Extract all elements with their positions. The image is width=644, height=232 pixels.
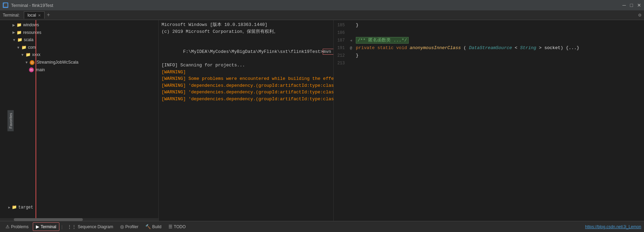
tree-label: resources <box>23 29 41 37</box>
tree-label: scala <box>24 36 33 44</box>
tree-label: windows <box>23 21 39 29</box>
tree-item-resources[interactable]: ▶ 📁 resources <box>8 29 156 37</box>
profiler-label: Profiler <box>125 224 138 229</box>
arrow-icon: ▶ <box>12 22 15 28</box>
folder-icon: 📁 <box>12 205 17 210</box>
status-problems[interactable]: ⚠ Problems <box>3 223 31 231</box>
term-line: Microsoft Windows [版本 10.0.18363.1440] <box>162 21 331 28</box>
editor-content: 185 } 186 187 ◀ /** 匿名函数类 ...*/ 19 <box>334 20 644 69</box>
terminal-output-area: Microsoft Windows [版本 10.0.18363.1440] (… <box>159 20 333 221</box>
status-url[interactable]: https://blog.csdn.net/Ji_Lemon <box>585 224 641 229</box>
fold-icon[interactable]: ◀ <box>348 38 354 44</box>
term-line: [INFO] Scanning for projects... <box>162 62 331 69</box>
status-build[interactable]: 🔨 Build <box>143 223 164 231</box>
line-code <box>354 59 644 67</box>
code-static: static <box>377 45 396 50</box>
tree-label: main <box>36 66 45 74</box>
file-tree: ▶ 📁 windows ▶ 📁 resources ▼ 📁 scala ▼ 📁 … <box>0 20 158 75</box>
term-cmd-highlight: mvn idea:idea <box>323 49 333 54</box>
code-paren-open: ( <box>464 45 466 50</box>
term-line-warning: [WARNING] 'dependencies.dependency.(grou… <box>162 96 331 103</box>
favorites-tab[interactable]: Favorites <box>8 110 14 131</box>
tree-item-windows[interactable]: ▶ 📁 windows <box>8 21 156 29</box>
arrow-icon: ▶ <box>8 205 10 210</box>
tree-item-main[interactable]: m main <box>8 66 156 74</box>
app-icon: ⬛ <box>3 2 8 8</box>
tree-item-scala[interactable]: ▼ 📁 scala <box>8 36 156 44</box>
status-terminal[interactable]: ▶ Terminal <box>33 222 59 231</box>
tab-close-button[interactable]: ✕ <box>38 13 41 17</box>
folder-icon: 📁 <box>17 36 22 44</box>
scrollbar-thumb[interactable] <box>14 218 83 221</box>
tree-item-streaming-job[interactable]: ▼ O StreamingJobWcScala <box>8 59 156 66</box>
divider: | <box>61 224 62 229</box>
arrow-icon: ▼ <box>12 37 16 43</box>
editor-line-213: 213 <box>334 59 644 67</box>
code-method-name: anonymousInnerClass <box>410 45 461 50</box>
horizontal-scrollbar[interactable] <box>0 218 158 221</box>
sequence-label: Sequence Diagram <box>78 224 113 229</box>
line-number: 187 <box>334 37 348 44</box>
maximize-button[interactable]: □ <box>630 2 633 8</box>
title-bar: ⬛ Terminal - flink19Test ─ □ ✕ <box>0 0 644 10</box>
arrow-icon: ▼ <box>25 59 28 66</box>
title-bar-controls: ─ □ ✕ <box>623 2 641 8</box>
code-void: void <box>396 45 410 50</box>
term-path: F:\MyIDEA\MyCodes\MyBigData\MyFlink\sxt\… <box>183 49 323 54</box>
code-editor-area: 185 } 186 187 ◀ /** 匿名函数类 ...*/ 19 <box>333 20 644 221</box>
line-number: 191 <box>334 45 348 52</box>
folder-icon: 📁 <box>17 21 22 29</box>
line-code: } <box>354 21 644 29</box>
window-title: Terminal - flink19Test <box>11 3 53 8</box>
editor-line-186: 186 <box>334 29 644 37</box>
file-badge-orange: O <box>30 60 35 65</box>
line-number: 212 <box>334 52 348 59</box>
tree-label: xxxx <box>32 51 40 59</box>
tree-item-com[interactable]: ▼ 📁 com <box>8 44 156 52</box>
term-line: (c) 2019 Microsoft Corporation。保留所有权利。 <box>162 28 331 35</box>
tree-label: com <box>28 44 36 52</box>
term-line-warning: [WARNING] 'dependencies.dependency.(grou… <box>162 82 331 89</box>
editor-line-185: 185 } <box>334 21 644 29</box>
line-number: 185 <box>334 22 348 29</box>
todo-icon: ☰ <box>168 224 173 229</box>
arrow-icon: ▼ <box>21 52 24 58</box>
code-private: private <box>356 45 377 50</box>
new-tab-button[interactable]: + <box>47 12 50 18</box>
code-angle-open: < <box>515 45 517 50</box>
code-type-string: String <box>520 45 536 50</box>
status-todo[interactable]: ☰ TODO <box>166 223 188 231</box>
status-bar: ⚠ Problems ▶ Terminal | ⋮⋮ Sequence Diag… <box>0 221 644 232</box>
terminal-tab-local[interactable]: local ✕ <box>24 11 45 19</box>
sequence-icon: ⋮⋮ <box>67 224 76 229</box>
tree-item-xxxx[interactable]: ▼ 📁 xxxx <box>8 51 156 59</box>
settings-icon[interactable]: ⚙ <box>638 12 641 18</box>
minimize-button[interactable]: ─ <box>623 2 626 8</box>
status-sequence[interactable]: ⋮⋮ Sequence Diagram <box>65 223 116 231</box>
line-gutter: @ <box>348 45 354 52</box>
arrow-icon: ▼ <box>17 45 20 51</box>
arrow-icon: ▶ <box>12 29 15 36</box>
profiler-icon: ◎ <box>120 224 124 229</box>
code-rest: > socket) {...} <box>539 45 579 50</box>
code-type-datasource: DataStreamSource <box>469 45 512 50</box>
terminal-label: Terminal <box>41 224 56 229</box>
close-button[interactable]: ✕ <box>637 2 641 8</box>
comment-highlight: /** 匿名函数类 ...*/ <box>356 37 409 44</box>
tree-item-target[interactable]: ▶ 📁 target <box>8 205 33 210</box>
folder-icon: 📁 <box>17 29 22 37</box>
term-line-cmd: F:\MyIDEA\MyCodes\MyBigData\MyFlink\sxt\… <box>162 42 331 62</box>
editor-line-191: 191 @ private static void anonymousInner… <box>334 44 644 52</box>
line-code: } <box>354 52 644 59</box>
file-tree-sidebar: ▶ 📁 windows ▶ 📁 resources ▼ 📁 scala ▼ 📁 … <box>0 20 159 221</box>
terminal-content: Microsoft Windows [版本 10.0.18363.1440] (… <box>159 20 333 104</box>
line-code <box>354 29 644 37</box>
terminal-icon: ▶ <box>36 224 39 229</box>
term-line-warning: [WARNING] <box>162 69 331 76</box>
status-profiler[interactable]: ◎ Profiler <box>117 223 141 231</box>
terminal-label: Terminal: <box>3 13 20 18</box>
line-code: private static void anonymousInnerClass … <box>354 44 644 52</box>
todo-label: TODO <box>174 224 186 229</box>
line-number: 213 <box>334 60 348 67</box>
line-code: /** 匿名函数类 ...*/ <box>354 37 644 44</box>
